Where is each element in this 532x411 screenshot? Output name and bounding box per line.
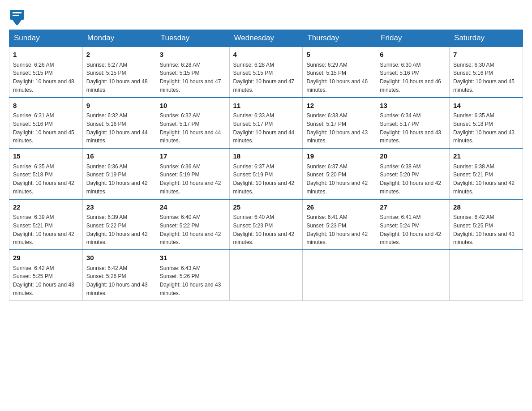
day-info: Sunrise: 6:43 AMSunset: 5:26 PMDaylight:…	[160, 265, 221, 296]
table-row: 10 Sunrise: 6:32 AMSunset: 5:17 PMDaylig…	[156, 98, 229, 149]
header-friday: Friday	[376, 30, 450, 47]
table-row: 11 Sunrise: 6:33 AMSunset: 5:17 PMDaylig…	[229, 98, 303, 149]
day-number: 24	[160, 202, 226, 213]
table-row: 6 Sunrise: 6:30 AMSunset: 5:16 PMDayligh…	[376, 47, 450, 98]
header-tuesday: Tuesday	[156, 30, 229, 47]
day-info: Sunrise: 6:39 AMSunset: 5:22 PMDaylight:…	[86, 214, 148, 245]
table-row: 1 Sunrise: 6:26 AMSunset: 5:15 PMDayligh…	[9, 47, 83, 98]
day-info: Sunrise: 6:30 AMSunset: 5:16 PMDaylight:…	[380, 62, 441, 93]
table-row: 19 Sunrise: 6:37 AMSunset: 5:20 PMDaylig…	[303, 148, 376, 199]
day-info: Sunrise: 6:37 AMSunset: 5:19 PMDaylight:…	[233, 163, 295, 195]
header-monday: Monday	[82, 30, 156, 47]
day-number: 29	[13, 253, 79, 263]
day-info: Sunrise: 6:27 AMSunset: 5:15 PMDaylight:…	[86, 62, 148, 93]
day-number: 25	[233, 202, 299, 213]
day-info: Sunrise: 6:42 AMSunset: 5:26 PMDaylight:…	[86, 265, 148, 296]
day-number: 8	[13, 101, 79, 111]
day-info: Sunrise: 6:32 AMSunset: 5:17 PMDaylight:…	[160, 112, 221, 144]
day-number: 23	[86, 202, 152, 213]
calendar-week-row: 22 Sunrise: 6:39 AMSunset: 5:21 PMDaylig…	[9, 199, 523, 250]
day-number: 17	[160, 151, 226, 162]
table-row: 16 Sunrise: 6:36 AMSunset: 5:19 PMDaylig…	[82, 148, 156, 199]
day-number: 14	[453, 101, 519, 111]
day-number: 3	[160, 50, 226, 60]
table-row: 17 Sunrise: 6:36 AMSunset: 5:19 PMDaylig…	[156, 148, 229, 199]
table-row: 7 Sunrise: 6:30 AMSunset: 5:16 PMDayligh…	[450, 47, 523, 98]
table-row	[229, 250, 303, 300]
table-row: 22 Sunrise: 6:39 AMSunset: 5:21 PMDaylig…	[9, 199, 83, 250]
svg-rect-3	[13, 15, 19, 16]
header-wednesday: Wednesday	[229, 30, 303, 47]
day-info: Sunrise: 6:42 AMSunset: 5:25 PMDaylight:…	[13, 265, 74, 296]
day-info: Sunrise: 6:29 AMSunset: 5:15 PMDaylight:…	[306, 62, 368, 93]
day-number: 27	[380, 202, 446, 213]
table-row: 14 Sunrise: 6:35 AMSunset: 5:18 PMDaylig…	[450, 98, 523, 149]
table-row: 13 Sunrise: 6:34 AMSunset: 5:17 PMDaylig…	[376, 98, 450, 149]
day-info: Sunrise: 6:31 AMSunset: 5:16 PMDaylight:…	[13, 112, 74, 144]
day-info: Sunrise: 6:28 AMSunset: 5:15 PMDaylight:…	[160, 62, 221, 93]
calendar-week-row: 29 Sunrise: 6:42 AMSunset: 5:25 PMDaylig…	[9, 250, 523, 300]
day-info: Sunrise: 6:39 AMSunset: 5:21 PMDaylight:…	[13, 214, 74, 245]
calendar-week-row: 15 Sunrise: 6:35 AMSunset: 5:18 PMDaylig…	[9, 148, 523, 199]
table-row: 18 Sunrise: 6:37 AMSunset: 5:19 PMDaylig…	[229, 148, 303, 199]
table-row: 23 Sunrise: 6:39 AMSunset: 5:22 PMDaylig…	[82, 199, 156, 250]
day-number: 12	[306, 101, 372, 111]
page-header	[9, 9, 523, 25]
day-number: 6	[380, 50, 446, 60]
table-row: 2 Sunrise: 6:27 AMSunset: 5:15 PMDayligh…	[82, 47, 156, 98]
day-number: 22	[13, 202, 79, 213]
day-info: Sunrise: 6:33 AMSunset: 5:17 PMDaylight:…	[306, 112, 368, 144]
table-row: 28 Sunrise: 6:42 AMSunset: 5:25 PMDaylig…	[450, 199, 523, 250]
day-info: Sunrise: 6:36 AMSunset: 5:19 PMDaylight:…	[160, 163, 221, 195]
day-info: Sunrise: 6:38 AMSunset: 5:20 PMDaylight:…	[380, 163, 441, 195]
calendar-week-row: 8 Sunrise: 6:31 AMSunset: 5:16 PMDayligh…	[9, 98, 523, 149]
day-number: 16	[86, 151, 152, 162]
day-info: Sunrise: 6:40 AMSunset: 5:22 PMDaylight:…	[160, 214, 221, 245]
day-info: Sunrise: 6:35 AMSunset: 5:18 PMDaylight:…	[453, 112, 515, 144]
svg-marker-1	[12, 19, 22, 25]
day-number: 4	[233, 50, 299, 60]
day-info: Sunrise: 6:37 AMSunset: 5:20 PMDaylight:…	[306, 163, 368, 195]
day-number: 5	[306, 50, 372, 60]
calendar-week-row: 1 Sunrise: 6:26 AMSunset: 5:15 PMDayligh…	[9, 47, 523, 98]
day-info: Sunrise: 6:41 AMSunset: 5:24 PMDaylight:…	[380, 214, 441, 245]
table-row	[450, 250, 523, 300]
day-info: Sunrise: 6:38 AMSunset: 5:21 PMDaylight:…	[453, 163, 515, 195]
table-row: 30 Sunrise: 6:42 AMSunset: 5:26 PMDaylig…	[82, 250, 156, 300]
table-row: 12 Sunrise: 6:33 AMSunset: 5:17 PMDaylig…	[303, 98, 376, 149]
svg-rect-2	[13, 12, 21, 13]
day-number: 11	[233, 101, 299, 111]
day-number: 10	[160, 101, 226, 111]
table-row: 29 Sunrise: 6:42 AMSunset: 5:25 PMDaylig…	[9, 250, 83, 300]
table-row: 21 Sunrise: 6:38 AMSunset: 5:21 PMDaylig…	[450, 148, 523, 199]
table-row: 15 Sunrise: 6:35 AMSunset: 5:18 PMDaylig…	[9, 148, 83, 199]
day-number: 26	[306, 202, 372, 213]
day-number: 7	[453, 50, 519, 60]
day-number: 13	[380, 101, 446, 111]
day-info: Sunrise: 6:30 AMSunset: 5:16 PMDaylight:…	[453, 62, 515, 93]
header-sunday: Sunday	[9, 30, 83, 47]
day-info: Sunrise: 6:40 AMSunset: 5:23 PMDaylight:…	[233, 214, 295, 245]
table-row: 24 Sunrise: 6:40 AMSunset: 5:22 PMDaylig…	[156, 199, 229, 250]
day-number: 21	[453, 151, 519, 162]
table-row	[303, 250, 376, 300]
day-info: Sunrise: 6:28 AMSunset: 5:15 PMDaylight:…	[233, 62, 295, 93]
table-row: 20 Sunrise: 6:38 AMSunset: 5:20 PMDaylig…	[376, 148, 450, 199]
table-row: 9 Sunrise: 6:32 AMSunset: 5:16 PMDayligh…	[82, 98, 156, 149]
header-thursday: Thursday	[303, 30, 376, 47]
day-info: Sunrise: 6:26 AMSunset: 5:15 PMDaylight:…	[13, 62, 74, 93]
day-number: 20	[380, 151, 446, 162]
day-info: Sunrise: 6:34 AMSunset: 5:17 PMDaylight:…	[380, 112, 441, 144]
day-number: 1	[13, 50, 79, 60]
day-info: Sunrise: 6:33 AMSunset: 5:17 PMDaylight:…	[233, 112, 295, 144]
day-number: 2	[86, 50, 152, 60]
table-row: 25 Sunrise: 6:40 AMSunset: 5:23 PMDaylig…	[229, 199, 303, 250]
day-number: 28	[453, 202, 519, 213]
day-number: 31	[160, 253, 226, 263]
table-row: 31 Sunrise: 6:43 AMSunset: 5:26 PMDaylig…	[156, 250, 229, 300]
day-number: 19	[306, 151, 372, 162]
day-number: 9	[86, 101, 152, 111]
calendar-header-row: Sunday Monday Tuesday Wednesday Thursday…	[9, 30, 523, 47]
logo	[9, 9, 28, 25]
table-row: 26 Sunrise: 6:41 AMSunset: 5:23 PMDaylig…	[303, 199, 376, 250]
